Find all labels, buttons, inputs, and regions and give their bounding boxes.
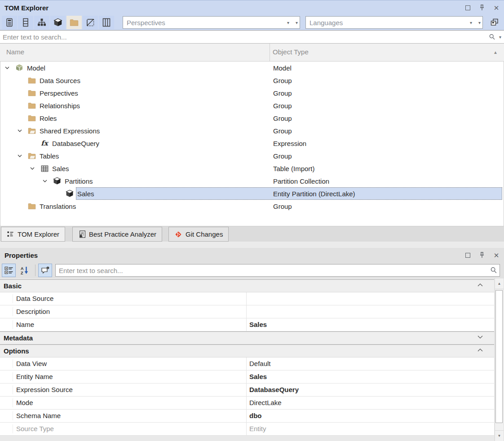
- chevron-expanded-icon[interactable]: [18, 129, 22, 132]
- section-header-metadata[interactable]: Metadata: [0, 331, 494, 344]
- close-button[interactable]: ✕: [492, 251, 500, 259]
- tree-row-translations[interactable]: Translations Group: [0, 200, 504, 212]
- scroll-down-button[interactable]: ▼: [495, 430, 504, 441]
- scrollbar-thumb[interactable]: [495, 290, 503, 423]
- scroll-up-button[interactable]: ▲: [495, 278, 504, 289]
- tree-row-shared-expressions[interactable]: Shared Expressions Group: [0, 124, 504, 137]
- tree-label: DatabaseQuery: [52, 140, 99, 147]
- cascade-windows-button[interactable]: [487, 16, 502, 29]
- property-row-mode[interactable]: Mode DirectLake: [0, 397, 494, 410]
- section-header-basic[interactable]: Basic: [0, 279, 494, 292]
- folder-icon: [28, 102, 36, 109]
- sort-ascending-icon[interactable]: ▲: [493, 50, 498, 55]
- property-row-name[interactable]: Name Sales: [0, 318, 494, 331]
- property-row-description[interactable]: Description: [0, 305, 494, 318]
- chevron-down-icon[interactable]: ▾: [478, 20, 481, 25]
- chevron-expanded-icon[interactable]: [18, 154, 22, 157]
- property-value: [246, 292, 494, 305]
- tab-tom-explorer[interactable]: TOM Explorer: [1, 227, 65, 242]
- column-divider[interactable]: [270, 44, 270, 61]
- section-header-options[interactable]: Options: [0, 344, 494, 357]
- chevron-expanded-icon[interactable]: [30, 167, 35, 170]
- properties-titlebar: Properties ✕: [0, 248, 504, 262]
- chevron-down-icon[interactable]: ▾: [470, 20, 472, 25]
- tree-row-perspectives[interactable]: Perspectives Group: [0, 87, 504, 99]
- perspectives-view-button[interactable]: [83, 16, 98, 29]
- partitions-view-button[interactable]: [50, 16, 66, 29]
- maximize-button[interactable]: [464, 251, 472, 259]
- property-row-expression-source[interactable]: Expression Source DatabaseQuery: [0, 384, 494, 397]
- alphabetical-sort-button[interactable]: AZ: [18, 264, 31, 277]
- tom-toolbar: Perspectives ▾ ▾ Languages ▾ ▾: [0, 15, 504, 30]
- maximize-icon: [465, 253, 470, 258]
- properties-scrollbar[interactable]: ▲ ▼: [495, 278, 504, 441]
- languages-combobox[interactable]: Languages ▾ ▾: [305, 16, 483, 29]
- chevron-down-icon[interactable]: ▾: [296, 20, 298, 25]
- tree-row-databasequery[interactable]: fx DatabaseQuery Expression: [0, 137, 504, 150]
- tab-label: Git Changes: [186, 230, 223, 238]
- search-icon[interactable]: [490, 267, 497, 274]
- property-row-source-type[interactable]: Source Type Entity: [0, 423, 494, 436]
- partition-cube-icon: [53, 177, 61, 185]
- tree-row-sales-table[interactable]: Sales Table (Import): [0, 162, 504, 175]
- tab-label: TOM Explorer: [18, 230, 59, 238]
- chevron-down-icon[interactable]: [477, 335, 483, 339]
- properties-search-input[interactable]: [56, 265, 500, 276]
- column-header-name[interactable]: Name: [6, 48, 24, 56]
- tree-row-tables[interactable]: Tables Group: [0, 150, 504, 162]
- tree-row-partitions[interactable]: Partitions Partition Collection: [0, 175, 504, 187]
- property-value: DirectLake: [246, 397, 494, 409]
- model-icon: [15, 64, 23, 72]
- chevron-expanded-icon[interactable]: [43, 180, 47, 182]
- chevron-up-icon[interactable]: [477, 348, 483, 352]
- description-toggle-button[interactable]: [38, 264, 52, 277]
- table-columns-button[interactable]: [99, 16, 114, 29]
- properties-toolbar: AZ: [0, 262, 504, 278]
- measures-view-button[interactable]: [2, 16, 17, 29]
- tree-label: Sales: [77, 190, 94, 198]
- property-row-data-view[interactable]: Data View Default: [0, 357, 494, 370]
- maximize-button[interactable]: [464, 4, 472, 12]
- pin-icon: [479, 251, 485, 259]
- hierarchies-view-button[interactable]: [34, 16, 49, 29]
- diagonal-crop-icon: [86, 18, 95, 27]
- tom-titlebar: TOM Explorer ✕: [0, 0, 504, 15]
- pin-button[interactable]: [478, 251, 486, 259]
- property-value: dbo: [246, 410, 494, 422]
- toolbar-separator: [35, 265, 35, 276]
- categorized-view-button[interactable]: [2, 264, 16, 277]
- column-header-object-type[interactable]: Object Type: [273, 48, 309, 56]
- property-value: Sales: [246, 318, 494, 331]
- tab-best-practice-analyzer[interactable]: Best Practice Analyzer: [72, 227, 162, 242]
- close-icon: ✕: [494, 252, 500, 259]
- tree-label: Perspectives: [40, 89, 78, 97]
- tree-row-relationships[interactable]: Relationships Group: [0, 99, 504, 112]
- tree-row-data-sources[interactable]: Data Sources Group: [0, 74, 504, 87]
- hierarchy-icon: [37, 18, 46, 26]
- display-folders-button[interactable]: [66, 16, 82, 29]
- properties-panel: Properties ✕ AZ: [0, 248, 504, 441]
- property-label: Data Source: [16, 295, 53, 302]
- chevron-up-icon[interactable]: [477, 283, 483, 287]
- pin-button[interactable]: [478, 4, 486, 12]
- close-button[interactable]: ✕: [492, 4, 500, 12]
- property-row-entity-name[interactable]: Entity Name Sales: [0, 370, 494, 384]
- svg-text:Z: Z: [21, 271, 23, 275]
- tree-row-model[interactable]: Model Model: [0, 62, 504, 74]
- git-icon: [174, 230, 182, 238]
- property-row-data-source[interactable]: Data Source: [0, 292, 494, 305]
- chevron-down-icon[interactable]: ▾: [499, 35, 501, 40]
- tab-git-changes[interactable]: Git Changes: [168, 227, 229, 242]
- perspectives-combobox[interactable]: Perspectives ▾ ▾: [123, 16, 300, 29]
- search-icon[interactable]: [489, 34, 495, 40]
- property-row-schema-name[interactable]: Schema Name dbo: [0, 410, 494, 423]
- chevron-expanded-icon[interactable]: [5, 66, 9, 69]
- columns-view-button[interactable]: [18, 16, 33, 29]
- properties-grid: Basic Data Source Description Name Sales…: [0, 278, 494, 441]
- tree-row-sales-partition-selected[interactable]: Sales Entity Partition (DirectLake): [0, 187, 504, 200]
- tree-object-type: Group: [273, 77, 292, 84]
- tree-row-roles[interactable]: Roles Group: [0, 112, 504, 124]
- chevron-down-icon[interactable]: ▾: [287, 20, 289, 25]
- tom-search-input[interactable]: [0, 31, 504, 43]
- folder-icon: [28, 115, 36, 122]
